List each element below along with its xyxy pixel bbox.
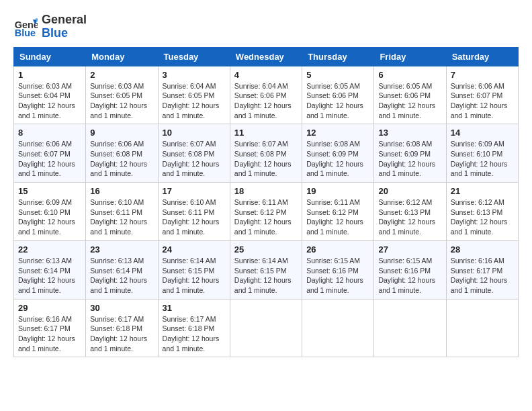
calendar-cell: 9 Sunrise: 6:06 AMSunset: 6:08 PMDayligh… — [86, 124, 158, 183]
calendar-header-tuesday: Tuesday — [158, 47, 230, 66]
day-number: 28 — [451, 244, 514, 255]
calendar-cell: 18 Sunrise: 6:11 AMSunset: 6:12 PMDaylig… — [230, 183, 302, 241]
day-info: Sunrise: 6:16 AMSunset: 6:17 PMDaylight:… — [451, 257, 508, 294]
calendar-week-1: 1 Sunrise: 6:03 AMSunset: 6:04 PMDayligh… — [14, 66, 519, 124]
day-info: Sunrise: 6:08 AMSunset: 6:09 PMDaylight:… — [306, 140, 363, 177]
day-info: Sunrise: 6:10 AMSunset: 6:11 PMDaylight:… — [90, 198, 147, 236]
day-number: 3 — [163, 70, 226, 80]
day-info: Sunrise: 6:13 AMSunset: 6:14 PMDaylight:… — [90, 257, 147, 294]
day-number: 2 — [90, 70, 153, 80]
day-info: Sunrise: 6:05 AMSunset: 6:06 PMDaylight:… — [306, 82, 363, 120]
calendar-cell: 3 Sunrise: 6:04 AMSunset: 6:05 PMDayligh… — [158, 66, 230, 124]
calendar-cell: 15 Sunrise: 6:09 AMSunset: 6:10 PMDaylig… — [14, 183, 86, 241]
calendar-cell: 6 Sunrise: 6:05 AMSunset: 6:06 PMDayligh… — [374, 66, 446, 124]
day-info: Sunrise: 6:14 AMSunset: 6:15 PMDaylight:… — [234, 257, 292, 294]
day-number: 4 — [234, 70, 298, 80]
day-info: Sunrise: 6:13 AMSunset: 6:14 PMDaylight:… — [18, 257, 75, 294]
day-number: 24 — [163, 244, 226, 255]
calendar-header-friday: Friday — [374, 47, 446, 66]
calendar-table: SundayMondayTuesdayWednesdayThursdayFrid… — [13, 47, 519, 358]
day-info: Sunrise: 6:11 AMSunset: 6:12 PMDaylight:… — [234, 198, 292, 236]
calendar-header-thursday: Thursday — [302, 47, 374, 66]
day-number: 19 — [306, 186, 369, 196]
day-number: 12 — [306, 128, 369, 138]
day-number: 18 — [234, 186, 298, 196]
calendar-cell — [302, 299, 374, 357]
day-number: 6 — [378, 70, 441, 80]
calendar-cell: 2 Sunrise: 6:03 AMSunset: 6:05 PMDayligh… — [86, 66, 158, 124]
logo-icon: General Blue — [13, 15, 38, 39]
logo: General Blue General Blue — [13, 13, 87, 40]
calendar-cell: 4 Sunrise: 6:04 AMSunset: 6:06 PMDayligh… — [230, 66, 302, 124]
svg-text:Blue: Blue — [15, 28, 36, 38]
day-number: 13 — [378, 128, 441, 138]
day-number: 11 — [234, 128, 298, 138]
day-number: 20 — [378, 186, 441, 196]
calendar-cell — [230, 299, 302, 357]
day-info: Sunrise: 6:09 AMSunset: 6:10 PMDaylight:… — [18, 198, 75, 236]
day-number: 10 — [163, 128, 226, 138]
calendar-week-3: 15 Sunrise: 6:09 AMSunset: 6:10 PMDaylig… — [14, 183, 519, 241]
calendar-cell: 7 Sunrise: 6:06 AMSunset: 6:07 PMDayligh… — [446, 66, 518, 124]
calendar-cell: 20 Sunrise: 6:12 AMSunset: 6:13 PMDaylig… — [374, 183, 446, 241]
calendar-header-wednesday: Wednesday — [230, 47, 302, 66]
day-number: 22 — [18, 244, 81, 255]
calendar-cell: 21 Sunrise: 6:12 AMSunset: 6:13 PMDaylig… — [446, 183, 518, 241]
calendar-cell: 25 Sunrise: 6:14 AMSunset: 6:15 PMDaylig… — [230, 240, 302, 299]
day-number: 29 — [18, 303, 81, 313]
calendar-cell: 17 Sunrise: 6:10 AMSunset: 6:11 PMDaylig… — [158, 183, 230, 241]
day-number: 25 — [234, 244, 298, 255]
calendar-cell: 12 Sunrise: 6:08 AMSunset: 6:09 PMDaylig… — [302, 124, 374, 183]
day-number: 15 — [18, 186, 81, 196]
day-info: Sunrise: 6:15 AMSunset: 6:16 PMDaylight:… — [378, 257, 435, 294]
day-info: Sunrise: 6:07 AMSunset: 6:08 PMDaylight:… — [163, 140, 220, 177]
day-info: Sunrise: 6:12 AMSunset: 6:13 PMDaylight:… — [378, 198, 435, 236]
day-number: 23 — [90, 244, 153, 255]
day-number: 31 — [163, 303, 226, 313]
calendar-cell: 23 Sunrise: 6:13 AMSunset: 6:14 PMDaylig… — [86, 240, 158, 299]
day-number: 5 — [306, 70, 369, 80]
calendar-header-row: SundayMondayTuesdayWednesdayThursdayFrid… — [14, 47, 519, 66]
calendar-cell: 24 Sunrise: 6:14 AMSunset: 6:15 PMDaylig… — [158, 240, 230, 299]
day-number: 30 — [90, 303, 153, 313]
day-info: Sunrise: 6:07 AMSunset: 6:08 PMDaylight:… — [234, 140, 292, 177]
calendar-header-saturday: Saturday — [446, 47, 518, 66]
day-info: Sunrise: 6:06 AMSunset: 6:08 PMDaylight:… — [90, 140, 147, 177]
day-info: Sunrise: 6:17 AMSunset: 6:18 PMDaylight:… — [163, 315, 220, 353]
day-number: 17 — [163, 186, 226, 196]
day-info: Sunrise: 6:11 AMSunset: 6:12 PMDaylight:… — [306, 198, 363, 236]
calendar-cell: 22 Sunrise: 6:13 AMSunset: 6:14 PMDaylig… — [14, 240, 86, 299]
calendar-cell: 26 Sunrise: 6:15 AMSunset: 6:16 PMDaylig… — [302, 240, 374, 299]
day-number: 9 — [90, 128, 153, 138]
calendar-cell: 11 Sunrise: 6:07 AMSunset: 6:08 PMDaylig… — [230, 124, 302, 183]
calendar-cell: 1 Sunrise: 6:03 AMSunset: 6:04 PMDayligh… — [14, 66, 86, 124]
day-number: 26 — [306, 244, 369, 255]
day-info: Sunrise: 6:17 AMSunset: 6:18 PMDaylight:… — [90, 315, 147, 353]
calendar-cell: 14 Sunrise: 6:09 AMSunset: 6:10 PMDaylig… — [446, 124, 518, 183]
day-info: Sunrise: 6:08 AMSunset: 6:09 PMDaylight:… — [378, 140, 435, 177]
calendar-cell: 31 Sunrise: 6:17 AMSunset: 6:18 PMDaylig… — [158, 299, 230, 357]
day-info: Sunrise: 6:04 AMSunset: 6:06 PMDaylight:… — [234, 82, 292, 120]
day-info: Sunrise: 6:04 AMSunset: 6:05 PMDaylight:… — [163, 82, 220, 120]
calendar-header-sunday: Sunday — [14, 47, 86, 66]
calendar-cell: 19 Sunrise: 6:11 AMSunset: 6:12 PMDaylig… — [302, 183, 374, 241]
day-info: Sunrise: 6:15 AMSunset: 6:16 PMDaylight:… — [306, 257, 363, 294]
day-info: Sunrise: 6:14 AMSunset: 6:15 PMDaylight:… — [163, 257, 220, 294]
day-number: 27 — [378, 244, 441, 255]
calendar-cell — [374, 299, 446, 357]
calendar-week-4: 22 Sunrise: 6:13 AMSunset: 6:14 PMDaylig… — [14, 240, 519, 299]
calendar-cell: 29 Sunrise: 6:16 AMSunset: 6:17 PMDaylig… — [14, 299, 86, 357]
calendar-cell: 28 Sunrise: 6:16 AMSunset: 6:17 PMDaylig… — [446, 240, 518, 299]
calendar-cell — [446, 299, 518, 357]
day-number: 14 — [451, 128, 514, 138]
calendar-cell: 30 Sunrise: 6:17 AMSunset: 6:18 PMDaylig… — [86, 299, 158, 357]
calendar-cell: 27 Sunrise: 6:15 AMSunset: 6:16 PMDaylig… — [374, 240, 446, 299]
calendar-cell: 16 Sunrise: 6:10 AMSunset: 6:11 PMDaylig… — [86, 183, 158, 241]
day-info: Sunrise: 6:12 AMSunset: 6:13 PMDaylight:… — [451, 198, 508, 236]
calendar-cell: 10 Sunrise: 6:07 AMSunset: 6:08 PMDaylig… — [158, 124, 230, 183]
day-number: 1 — [18, 70, 81, 80]
day-number: 7 — [451, 70, 514, 80]
day-info: Sunrise: 6:03 AMSunset: 6:04 PMDaylight:… — [18, 82, 75, 120]
day-info: Sunrise: 6:10 AMSunset: 6:11 PMDaylight:… — [163, 198, 220, 236]
calendar-week-5: 29 Sunrise: 6:16 AMSunset: 6:17 PMDaylig… — [14, 299, 519, 357]
